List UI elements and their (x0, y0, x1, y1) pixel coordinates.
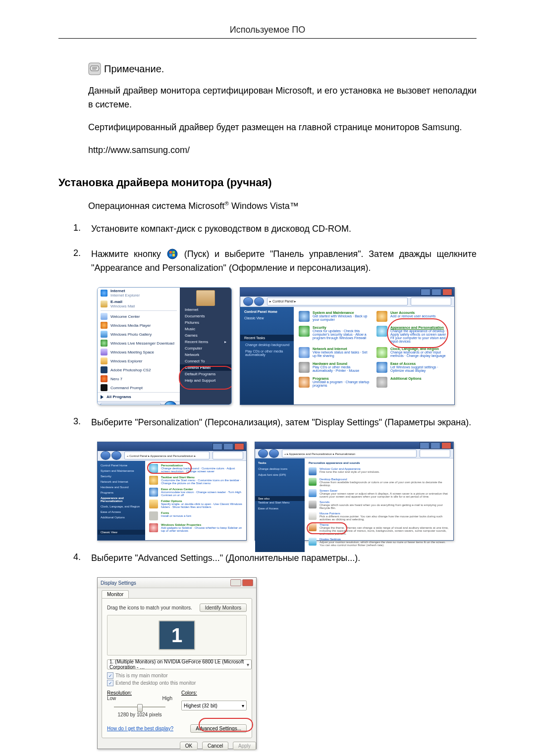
personalization-icon (149, 464, 158, 473)
start-orb-icon[interactable] (164, 401, 177, 405)
cp-side-link[interactable]: Ease of Access (101, 510, 142, 513)
nero-icon (101, 375, 107, 382)
sm-right-item[interactable]: Documents (180, 313, 231, 319)
minimize-button[interactable] (420, 442, 429, 449)
cp-side-current[interactable]: Appearance and Personalization (101, 497, 142, 503)
cp-cat-appearance[interactable]: Appearance and Personalization (390, 326, 449, 329)
sm-item[interactable]: Windows Media Player (110, 323, 151, 328)
nav-forward-button[interactable] (254, 297, 264, 306)
check-extend-desktop[interactable]: ✓ Extend the desktop onto this monitor (107, 680, 247, 686)
cp-side-home[interactable]: Control Panel Home (244, 310, 290, 313)
pe-side-task[interactable]: Change desktop icons (258, 467, 302, 470)
sm-right-item[interactable]: Computer (180, 345, 231, 352)
help-button[interactable] (230, 579, 241, 586)
best-display-link[interactable]: How do I get the best display? (107, 726, 173, 731)
sm-item[interactable]: Windows Live Messenger Download (110, 341, 174, 346)
cp-side-recent[interactable]: Change desktop background (245, 343, 290, 347)
cp-cat-title[interactable]: User Accounts (390, 311, 435, 314)
sm-right-item[interactable]: Network (180, 352, 231, 358)
monitor-preview[interactable]: 1 (159, 620, 195, 650)
cp-side-classic[interactable]: Classic View (98, 530, 145, 535)
sm-right-control-panel[interactable]: Control Panel (180, 364, 231, 371)
cp-side-link[interactable]: Clock, Language, and Region (101, 505, 142, 508)
cp-cat-title[interactable]: Clock, Language, and Region (390, 347, 449, 351)
cp-side-link[interactable]: Hardware and Sound (101, 486, 142, 489)
pe-side-link[interactable]: Ease of Access (258, 507, 302, 510)
colors-select[interactable]: Highest (32 bit)▾ (181, 701, 247, 710)
apply-button[interactable]: Apply (233, 742, 256, 750)
sm-right-item[interactable]: Recent Items ▸ (180, 339, 231, 345)
cp-cat-title[interactable]: System and Maintenance (313, 311, 372, 314)
pe-side-link[interactable]: Taskbar and Start Menu (258, 501, 302, 504)
sm-item[interactable]: Nero 7 (110, 377, 122, 381)
maximize-button[interactable] (430, 442, 440, 449)
sm-right-item[interactable]: Music (180, 326, 231, 332)
sm-right-item[interactable]: Pictures (180, 319, 231, 326)
sm-item[interactable]: Internet (110, 289, 140, 293)
cp-cat-title[interactable]: Network and Internet (313, 347, 372, 351)
nav-forward-button[interactable] (269, 449, 279, 458)
start-search-input[interactable] (101, 403, 161, 405)
cp-cat-title[interactable]: Ease of Access (390, 362, 449, 365)
cp-side-link[interactable]: System and Maintenance (101, 469, 142, 472)
all-programs[interactable]: All Programs (98, 392, 180, 401)
cp-cat-title[interactable]: Additional Options (390, 377, 422, 380)
maximize-button[interactable] (223, 443, 233, 450)
section-heading: Установка драйвера монитора (ручная) (58, 176, 477, 189)
cp-side-link[interactable]: Programs (101, 491, 142, 494)
step-4-number: 4. (73, 552, 91, 562)
sm-item[interactable]: Windows Meeting Space (110, 350, 154, 354)
sm-right-item[interactable]: Games (180, 332, 231, 339)
ok-button[interactable]: OK (180, 742, 198, 750)
sm-right-item[interactable]: Default Programs (180, 371, 231, 377)
address-bar[interactable]: « Control Panel ▸ Appearance and Persona… (124, 452, 210, 459)
cp-side-link[interactable]: Additional Options (101, 516, 142, 519)
cp-side-recent[interactable]: Play CDs or other media automatically (245, 350, 290, 356)
close-button[interactable] (441, 442, 451, 449)
appearance-icon (376, 326, 387, 337)
advanced-settings-button[interactable]: Advanced Settings... (190, 724, 247, 733)
network-icon (299, 347, 310, 358)
cp-side-home[interactable]: Control Panel Home (101, 464, 142, 467)
close-button[interactable] (234, 443, 244, 450)
nav-back-button[interactable] (258, 449, 268, 458)
sm-item[interactable]: Windows Photo Gallery (110, 332, 152, 337)
cp-side-link[interactable]: Network and Internet (101, 480, 142, 483)
minimize-button[interactable] (213, 443, 222, 450)
sm-item[interactable]: Adobe Photoshop CS2 (110, 368, 151, 372)
wallpaper-icon (309, 478, 317, 486)
cp-side-link[interactable]: Security (101, 475, 142, 478)
maximize-button[interactable] (431, 289, 441, 296)
sm-right-item[interactable]: Internet (180, 306, 231, 313)
minimize-button[interactable] (421, 289, 430, 296)
sm-item[interactable]: Welcome Center (110, 314, 140, 319)
security-icon (299, 326, 310, 337)
monitor-select[interactable]: 1. (Multiple Monitors) on NVIDIA GeForce… (107, 659, 252, 669)
close-button[interactable] (242, 579, 253, 586)
search-input[interactable] (420, 450, 450, 457)
close-button[interactable] (442, 289, 452, 296)
nav-back-button[interactable] (101, 451, 110, 460)
cp-side-classic[interactable]: Classic View (244, 316, 290, 320)
sm-item[interactable]: Windows Explorer (110, 359, 142, 363)
nav-forward-button[interactable] (111, 451, 121, 460)
tab-monitor[interactable]: Monitor (102, 590, 129, 598)
search-input[interactable] (213, 452, 243, 459)
cp-cat-title[interactable]: Programs (313, 377, 372, 380)
resolution-slider[interactable] (107, 703, 172, 711)
sm-item[interactable]: Command Prompt (110, 386, 143, 390)
nav-back-button[interactable] (243, 297, 253, 306)
cp-cat-title[interactable]: Security (313, 326, 372, 329)
address-bar[interactable]: ▸ Control Panel ▸ (267, 298, 408, 305)
pe-side-task[interactable]: Adjust font size (DPI) (258, 473, 302, 476)
sm-right-item[interactable]: Help and Support (180, 377, 231, 384)
sm-item[interactable]: E-mail (110, 300, 135, 304)
cp-cat-title[interactable]: Hardware and Sound (313, 362, 372, 365)
address-bar[interactable]: « ▸ Appearance and Personalization ▸ Per… (282, 450, 417, 457)
cancel-button[interactable]: Cancel (202, 742, 228, 750)
identify-monitors-button[interactable]: Identify Monitors (200, 604, 247, 612)
search-input[interactable] (411, 298, 451, 305)
slider-thumb[interactable] (137, 704, 143, 712)
sm-right-item[interactable]: Connect To (180, 358, 231, 364)
check-main-monitor[interactable]: ✓ This is my main monitor (107, 672, 247, 679)
